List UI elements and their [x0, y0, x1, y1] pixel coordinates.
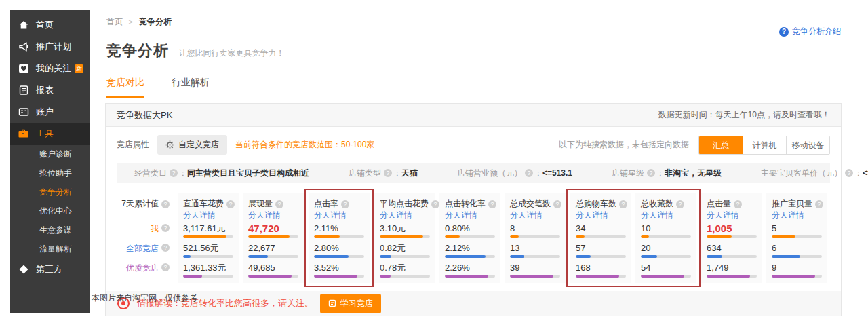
- metric-columns: 直通车花费分天详情3,117.61元521.56元1,361.33元展现量分天详…: [178, 193, 830, 283]
- metric-header: 总购物车数: [576, 198, 626, 210]
- sidebar-subitem-rank-assistant[interactable]: 抢位助手: [10, 164, 90, 183]
- tab-shop-compare[interactable]: 竞店对比: [106, 77, 144, 98]
- sidebar-item-label: 报表: [36, 84, 54, 96]
- metric-header: 直通车花费: [183, 198, 233, 210]
- document-icon: [328, 299, 336, 307]
- device-tab-pc[interactable]: 计算机: [743, 136, 786, 154]
- sidebar-subitem-account-diagnosis[interactable]: 账户诊断: [10, 145, 90, 164]
- info-icon[interactable]: [488, 200, 496, 208]
- info-icon[interactable]: [676, 200, 684, 208]
- sidebar-item-reports[interactable]: 报表: [10, 79, 90, 101]
- sidebar-subitem-competition-analysis[interactable]: 竞争分析: [10, 183, 90, 202]
- main-content: 首页＞竞争分析 竞争分析介绍 竞争分析 让您比同行卖家更具竞争力！ 竞店对比行业…: [105, 0, 844, 325]
- info-icon[interactable]: [845, 169, 853, 177]
- metric-value: 6: [772, 244, 822, 253]
- highlight-box: 点击率分天详情2.11%2.80%3.52%: [304, 189, 374, 287]
- metric-value: 3.10元: [380, 224, 430, 233]
- diamond-icon: [18, 264, 29, 275]
- info-icon[interactable]: [384, 169, 392, 177]
- info-icon[interactable]: [226, 200, 235, 208]
- info-icon[interactable]: [734, 200, 742, 208]
- sidebar-item-third-party[interactable]: 第三方: [10, 259, 90, 280]
- daily-detail-link[interactable]: 分天详情: [380, 210, 430, 224]
- sidebar-subitem-business-advisor[interactable]: 生意参谋: [10, 221, 90, 240]
- customize-shops-button[interactable]: 自定义竞店: [157, 135, 227, 155]
- learn-shops-button[interactable]: 学习竞店: [320, 294, 381, 313]
- bar-fill: [641, 235, 649, 238]
- bar-fill: [576, 235, 585, 238]
- row-label-me: 我: [117, 224, 171, 244]
- sidebar-subitem-traffic-analysis[interactable]: 流量解析: [10, 240, 90, 259]
- daily-detail-link[interactable]: 分天详情: [314, 210, 364, 224]
- bar-fill: [576, 255, 591, 258]
- metric-value: 13: [510, 244, 560, 253]
- bar-track: [576, 255, 626, 258]
- daily-detail-link[interactable]: 分天详情: [576, 210, 626, 224]
- info-icon[interactable]: [431, 200, 439, 208]
- table-title-label: 7天累计值: [121, 198, 159, 210]
- daily-detail-link[interactable]: 分天详情: [641, 210, 691, 224]
- account-icon: [18, 107, 29, 118]
- metric-value: 1,361.33元: [183, 263, 233, 273]
- metric-cell: 2.12%: [445, 244, 495, 263]
- bar-fill: [772, 255, 800, 258]
- bar-track: [510, 235, 560, 238]
- tab-industry-analysis[interactable]: 行业解析: [172, 77, 210, 96]
- criteria-value: 同主营类目且宝贝子类目构成相近: [187, 168, 309, 179]
- daily-detail-link[interactable]: 分天详情: [248, 210, 298, 224]
- info-icon[interactable]: [619, 200, 627, 208]
- info-icon[interactable]: [161, 200, 170, 208]
- criteria-item: 经营类目：同主营类目且宝贝子类目构成相近: [134, 168, 309, 179]
- info-icon[interactable]: [553, 200, 561, 208]
- info-icon[interactable]: [275, 200, 283, 208]
- criteria-label: 店铺星级: [612, 168, 644, 179]
- bar-fill: [510, 275, 553, 278]
- metric-cell: 39: [510, 263, 560, 283]
- info-icon[interactable]: [815, 200, 823, 208]
- bar-fill: [707, 275, 750, 278]
- metric-cell: 0.78元: [380, 263, 430, 283]
- bar-track: [772, 235, 822, 238]
- daily-detail-link[interactable]: 分天详情: [772, 210, 822, 224]
- bar-track: [380, 255, 430, 258]
- info-icon[interactable]: [161, 224, 170, 232]
- home-icon: [18, 20, 29, 31]
- breadcrumb-home[interactable]: 首页: [106, 17, 123, 26]
- app-root: 首页推广计划我的关注新报表账户工具账户诊断抢位助手竞争分析优化中心生意参谋流量解…: [0, 0, 868, 325]
- bar-fill: [510, 255, 524, 258]
- device-tab-mobile[interactable]: 移动设备: [786, 136, 829, 154]
- sidebar-item-label: 第三方: [36, 263, 62, 275]
- gear-icon: [165, 140, 174, 149]
- info-icon[interactable]: [341, 200, 349, 208]
- metric-cell: 634: [707, 244, 757, 263]
- info-icon[interactable]: [525, 169, 533, 177]
- sidebar-subitem-optimize-center[interactable]: 优化中心: [10, 202, 90, 221]
- sidebar-item-account[interactable]: 账户: [10, 101, 90, 123]
- row-label-text: 我: [151, 224, 159, 233]
- bar-track: [314, 255, 364, 258]
- daily-detail-link[interactable]: 分天详情: [445, 210, 495, 224]
- sidebar-item-tools[interactable]: 工具: [10, 123, 90, 145]
- daily-detail-link[interactable]: 分天详情: [183, 210, 233, 224]
- help-link-label: 竞争分析介绍: [792, 26, 841, 37]
- shop-attr-label: 竞店属性: [117, 139, 149, 151]
- bar-fill: [314, 255, 349, 258]
- sidebar-item-promotion-plan[interactable]: 推广计划: [10, 36, 90, 58]
- insight-bar: 情报解读：竞店转化率比您高很多，请关注。 学习竞店: [106, 291, 841, 316]
- help-link[interactable]: 竞争分析介绍: [779, 26, 841, 37]
- metric-column: 总购物车数分天详情3457168: [570, 193, 631, 283]
- metric-cell: 1,361.33元: [183, 263, 233, 283]
- device-tab-summary[interactable]: 汇总: [699, 136, 743, 154]
- info-icon[interactable]: [647, 169, 655, 177]
- sidebar-item-home[interactable]: 首页: [10, 14, 90, 36]
- sidebar-item-my-follow[interactable]: 我的关注新: [10, 58, 90, 79]
- daily-detail-link[interactable]: 分天详情: [510, 210, 560, 224]
- info-icon[interactable]: [161, 244, 170, 252]
- info-icon[interactable]: [170, 169, 178, 177]
- filter-right: 以下为纯搜索数据，未包括定向数据 汇总计算机移动设备: [559, 136, 830, 155]
- report-icon: [18, 85, 29, 96]
- daily-detail-link[interactable]: 分天详情: [707, 210, 757, 224]
- metric-label: 展现量: [248, 198, 273, 210]
- bar-fill: [314, 275, 357, 278]
- info-icon[interactable]: [161, 263, 170, 271]
